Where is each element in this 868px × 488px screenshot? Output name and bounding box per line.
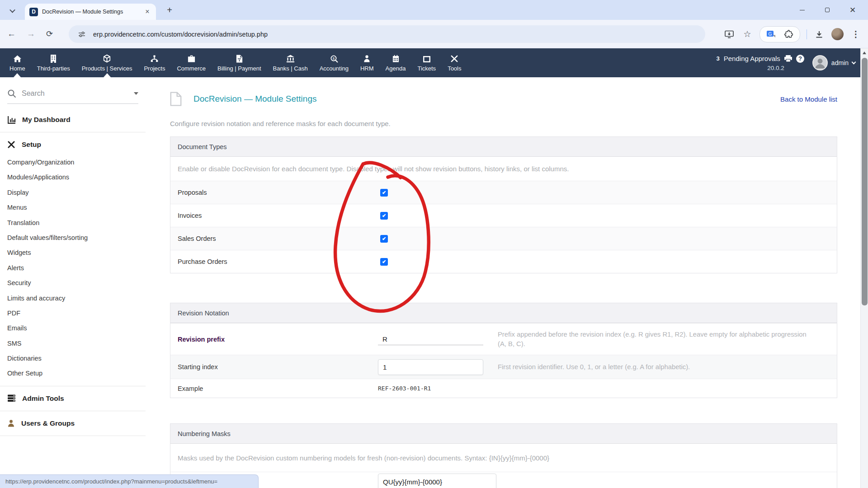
sidebar-item-sms[interactable]: SMS [0,336,146,351]
bookmark-star-icon[interactable] [741,28,753,40]
reload-button[interactable] [46,29,53,39]
user-name[interactable]: admin [831,59,849,66]
print-icon[interactable] [784,55,792,62]
back-button[interactable] [7,29,16,39]
scrollbar-thumb[interactable] [862,58,868,305]
topnav-item-home[interactable]: Home [4,48,31,77]
topnav-item-billing-payment[interactable]: Billing | Payment [212,48,267,77]
topnav-item-commerce[interactable]: Commerce [171,48,212,77]
revision-prefix-help: Prefix appended before the revision inde… [498,330,830,349]
main-content: DocRevision — Module Settings Back to Mo… [146,77,860,488]
topnav-item-agenda[interactable]: Agenda [380,48,412,77]
topnav-item-products-services[interactable]: Products | Services [76,48,138,77]
sidebar-item-translation[interactable]: Translation [0,216,146,230]
sidebar-divider [0,386,146,386]
topnav-item-banks-cash[interactable]: Banks | Cash [267,48,314,77]
search-input[interactable] [22,89,134,98]
topnav-item-projects[interactable]: Projects [138,48,171,77]
left-sidebar: My Dashboard Setup Company/Organization … [0,77,146,488]
topnav-item-third-parties[interactable]: Third-parties [31,48,76,77]
close-button[interactable] [840,0,865,20]
help-icon[interactable] [796,55,804,63]
tab-title: DocRevision — Module Settings [42,9,135,15]
screen: D DocRevision — Module Settings erp.prov [0,0,868,488]
sidebar-item-company-organization[interactable]: Company/Organization [0,155,146,170]
user-avatar[interactable] [812,55,828,70]
install-app-icon[interactable] [723,28,735,40]
sidebar-item-pdf[interactable]: PDF [0,306,146,321]
setup-menu-list: Company/Organization Modules/Application… [0,155,146,381]
sidebar-item-my-dashboard[interactable]: My Dashboard [0,112,146,127]
calendar-icon [392,54,399,63]
sidebar-item-setup[interactable]: Setup [0,137,146,152]
sidebar-divider [0,411,146,411]
sidebar-item-menus[interactable]: Menus [0,200,146,215]
revision-prefix-label: Revision prefix [178,336,378,343]
starting-index-input[interactable] [378,359,483,375]
pending-approvals-block: 3 Pending Approvals 20.0.2 [717,55,804,71]
extensions-pill: G [760,26,800,42]
table-row-proposal-mask: Proposal mask [170,472,837,488]
browser-menu-icon[interactable] [850,28,862,40]
site-settings-icon[interactable] [76,28,88,40]
home-icon [13,54,22,63]
search-dollar-icon: $ [330,54,338,63]
purchase-orders-checkbox[interactable] [380,258,388,266]
site-favicon-icon: D [29,8,38,16]
search-dropdown-caret-icon[interactable] [134,92,138,95]
table-row-starting-index: Starting index First revision identifier… [170,355,837,379]
tab-close-icon[interactable] [143,8,151,16]
sidebar-item-users-groups[interactable]: Users & Groups [0,416,146,431]
sidebar-item-security[interactable]: Security [0,276,146,291]
sidebar-item-default-values[interactable]: Default values/filters/sorting [0,230,146,245]
sidebar-item-other-setup[interactable]: Other Setup [0,366,146,381]
forward-button[interactable] [27,29,35,39]
browser-tab[interactable]: D DocRevision — Module Settings [25,4,156,20]
maximize-button[interactable] [815,0,840,20]
sidebar-item-dictionaries[interactable]: Dictionaries [0,351,146,366]
proposals-checkbox[interactable] [380,189,388,197]
status-link-text: https://erp.providencetnc.com/product/in… [5,478,217,485]
sidebar-item-admin-tools[interactable]: Admin Tools [0,391,146,406]
tools-icon [450,54,458,63]
topnav-item-accounting[interactable]: $ Accounting [314,48,354,77]
minimize-button[interactable] [789,0,815,20]
extensions-puzzle-icon[interactable] [783,28,794,40]
sidebar-item-alerts[interactable]: Alerts [0,261,146,276]
topnav-item-tools[interactable]: Tools [442,48,467,77]
sidebar-item-emails[interactable]: Emails [0,321,146,336]
sidebar-item-modules-applications[interactable]: Modules/Applications [0,170,146,185]
pending-approvals-link[interactable]: Pending Approvals [724,55,780,62]
scrollbar-up-arrow-icon[interactable] [861,48,868,57]
svg-text:G: G [769,31,772,36]
document-types-description: Enable or disable DocRevision for each d… [170,157,837,181]
revision-notation-section: Revision Notation Revision prefix Prefix… [170,303,837,398]
user-menu[interactable]: admin [812,55,855,70]
revision-prefix-input[interactable] [378,333,483,345]
proposal-mask-input[interactable] [378,474,496,488]
table-row-invoices: Invoices [170,204,837,227]
tab-search-button[interactable] [6,5,18,16]
sidebar-item-display[interactable]: Display [0,185,146,200]
topnav-item-tickets[interactable]: Tickets [411,48,442,77]
table-row-proposals: Proposals [170,181,837,204]
browser-profile-avatar[interactable] [831,28,844,40]
url-text[interactable]: erp.providencetnc.com/custom/docrevision… [93,31,268,38]
invoice-icon [236,54,243,63]
page-scrollbar[interactable] [860,48,868,488]
new-tab-button[interactable] [164,5,175,16]
sales-orders-checkbox[interactable] [380,235,388,243]
translate-icon[interactable]: G [765,28,777,40]
invoices-checkbox[interactable] [380,212,388,220]
sidebar-item-limits-accuracy[interactable]: Limits and accuracy [0,291,146,306]
person-icon [363,54,370,63]
downloads-icon[interactable] [813,28,825,40]
svg-text:$: $ [333,56,335,61]
topnav-item-hrm[interactable]: HRM [354,48,380,77]
address-bar[interactable]: erp.providencetnc.com/custom/docrevision… [69,25,705,43]
page-title: DocRevision — Module Settings [193,94,316,104]
sidebar-item-widgets[interactable]: Widgets [0,245,146,260]
example-label: Example [178,385,378,392]
back-to-module-list-link[interactable]: Back to Module list [780,95,837,103]
toolbar-separator [807,29,807,39]
